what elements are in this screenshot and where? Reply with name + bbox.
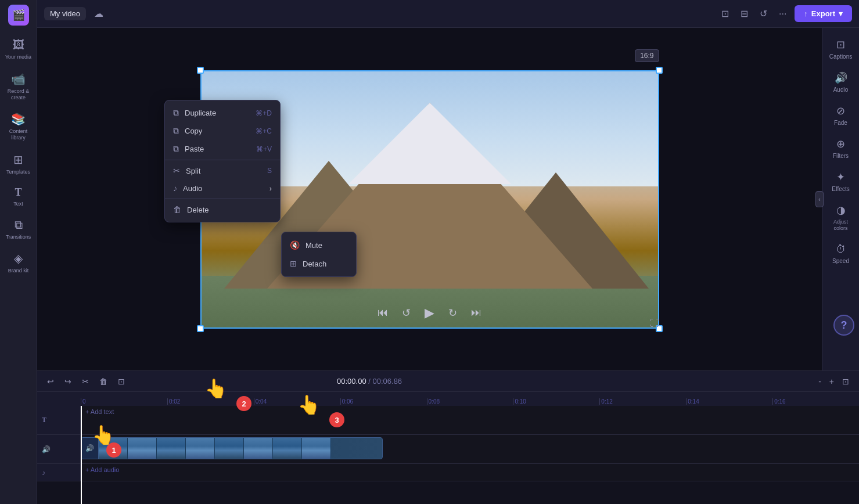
mountain-snow bbox=[348, 103, 511, 184]
clip-thumb bbox=[128, 438, 157, 459]
time-display: 00:00.00 / 00:06.86 bbox=[337, 377, 402, 386]
menu-item-paste[interactable]: ⧉ Paste ⌘+V bbox=[165, 140, 280, 158]
redo-button[interactable]: ↪ bbox=[62, 375, 74, 388]
text-track-row: T + Add text bbox=[37, 406, 859, 435]
right-panel-captions[interactable]: ⊡ Captions bbox=[824, 33, 858, 66]
help-button[interactable]: ? bbox=[833, 315, 854, 336]
media-icon: 🖼 bbox=[13, 38, 24, 52]
right-panel-audio[interactable]: 🔊 Audio bbox=[824, 66, 858, 99]
menu-item-duplicate[interactable]: ⧉ Duplicate ⌘+D bbox=[165, 104, 280, 122]
video-track-content[interactable]: 🔊 bbox=[81, 435, 859, 463]
sidebar-item-brand-kit[interactable]: ◈ Brand kit bbox=[2, 247, 35, 278]
resize-handle-tl[interactable] bbox=[197, 67, 204, 74]
save-frame-button[interactable]: ⊡ bbox=[115, 375, 128, 388]
text-track-content[interactable]: + Add text bbox=[81, 406, 859, 434]
timeline-tracks: T + Add text 🔊 🔊 bbox=[37, 406, 859, 504]
right-panel-label: Filters bbox=[833, 153, 849, 159]
sidebar: 🎬 🖼 Your media 📹 Record &create 📚 Conten… bbox=[0, 0, 37, 504]
submenu-item-mute[interactable]: 🔇 Mute bbox=[282, 236, 356, 254]
sidebar-item-templates[interactable]: ⊞ Templates bbox=[2, 148, 35, 179]
ruler-mark: 0:16 bbox=[772, 398, 859, 405]
add-text-button[interactable]: + Add text bbox=[81, 406, 118, 417]
duplicate-icon: ⧉ bbox=[173, 108, 179, 118]
sidebar-item-content-library[interactable]: 📚 Content library bbox=[2, 107, 35, 146]
sidebar-item-label: Content library bbox=[5, 128, 33, 141]
text-track-icon: T bbox=[42, 416, 46, 424]
speed-icon: ⏱ bbox=[836, 243, 846, 255]
resize-handle-tr[interactable] bbox=[656, 67, 663, 74]
rewind-5s-button[interactable]: ↺ bbox=[400, 304, 413, 322]
play-button[interactable]: ▶ bbox=[422, 303, 437, 323]
right-panel-filters[interactable]: ⊕ Filters bbox=[824, 132, 858, 165]
menu-item-audio[interactable]: ♪ Audio › 🔇 Mute ⊞ Detach bbox=[165, 179, 280, 197]
ruler-marks: 0 0:02 0:04 0:06 0:08 0:10 0:12 0:14 0:1… bbox=[37, 392, 859, 406]
sidebar-item-transitions[interactable]: ⧉ Transitions bbox=[2, 214, 35, 244]
video-track-row: 🔊 🔊 bbox=[37, 435, 859, 464]
video-track-label: 🔊 bbox=[37, 435, 81, 463]
current-time: 00:00.00 bbox=[337, 377, 366, 386]
playhead[interactable] bbox=[81, 406, 82, 504]
right-panel-label: Fade bbox=[834, 120, 847, 126]
resize-handle-bl[interactable] bbox=[197, 325, 204, 332]
zoom-in-button[interactable]: + bbox=[826, 375, 837, 388]
submenu-item-detach[interactable]: ⊞ Detach bbox=[282, 254, 356, 273]
cut-button[interactable]: ✂ bbox=[79, 375, 92, 388]
library-icon: 📚 bbox=[11, 112, 26, 126]
add-audio-button[interactable]: + Add audio bbox=[81, 464, 124, 476]
rotate-tool-button[interactable]: ↺ bbox=[756, 6, 771, 21]
menu-item-label: Audio bbox=[183, 184, 202, 193]
menu-item-copy[interactable]: ⧉ Copy ⌘+C bbox=[165, 122, 280, 140]
panel-collapse-button[interactable]: ‹ bbox=[815, 191, 824, 207]
caption-tool-button[interactable]: ⊟ bbox=[737, 6, 752, 21]
video-clip[interactable]: 🔊 bbox=[81, 437, 383, 459]
more-tools-button[interactable]: ··· bbox=[775, 6, 790, 21]
ruler-mark: 0:10 bbox=[513, 398, 599, 405]
paste-icon: ⧉ bbox=[173, 144, 179, 154]
submenu-item-label: Detach bbox=[303, 260, 326, 268]
timeline-area: ↩ ↪ ✂ 🗑 ⊡ 00:00.00 / 00:06.86 - + ⊡ 0 0:… bbox=[37, 370, 859, 504]
app-logo: 🎬 bbox=[8, 5, 29, 26]
right-panel-fade[interactable]: ⊘ Fade bbox=[824, 99, 858, 132]
right-panel-speed[interactable]: ⏱ Speed bbox=[824, 237, 858, 270]
fit-to-screen-button[interactable]: ⊡ bbox=[839, 375, 852, 388]
sidebar-item-record-create[interactable]: 📹 Record &create bbox=[2, 67, 35, 106]
right-panel-adjust-colors[interactable]: ◑ Adjust colors bbox=[824, 198, 858, 237]
text-track-label: T bbox=[37, 406, 81, 434]
menu-shortcut: ⌘+C bbox=[256, 127, 272, 135]
delete-button[interactable]: 🗑 bbox=[96, 375, 110, 388]
menu-item-delete[interactable]: 🗑 Delete bbox=[165, 201, 280, 218]
fullscreen-button[interactable]: ⛶ bbox=[650, 318, 659, 329]
sidebar-item-text[interactable]: T Text bbox=[2, 182, 35, 211]
project-title[interactable]: My video bbox=[44, 7, 86, 20]
canvas-area: 16:9 bbox=[37, 28, 822, 370]
skip-forward-button[interactable]: ⏭ bbox=[469, 304, 484, 321]
crop-tool-button[interactable]: ⊡ bbox=[718, 6, 732, 21]
ruler-mark: 0:04 bbox=[254, 398, 340, 405]
right-panel: ‹ ⊡ Captions 🔊 Audio ⊘ Fade ⊕ Filters ✦ … bbox=[822, 28, 859, 370]
undo-button[interactable]: ↩ bbox=[44, 375, 57, 388]
export-button[interactable]: ↑ Export ▾ bbox=[795, 5, 852, 22]
cloud-save-button[interactable]: ☁ bbox=[91, 6, 107, 21]
audio-track-row: ♪ + Add audio bbox=[37, 464, 859, 481]
transitions-icon: ⧉ bbox=[15, 218, 23, 232]
clip-thumb bbox=[157, 438, 186, 459]
sidebar-item-your-media[interactable]: 🖼 Your media bbox=[2, 34, 35, 65]
aspect-ratio-value: 16:9 bbox=[640, 52, 653, 60]
right-panel-effects[interactable]: ✦ Effects bbox=[824, 165, 858, 198]
mute-icon: 🔇 bbox=[290, 240, 300, 250]
audio-submenu: 🔇 Mute ⊞ Detach bbox=[281, 232, 357, 277]
record-icon: 📹 bbox=[11, 72, 26, 86]
sidebar-item-label: Record &create bbox=[8, 88, 30, 101]
audio-menu-icon: ♪ bbox=[173, 183, 177, 193]
zoom-out-button[interactable]: - bbox=[815, 375, 824, 388]
audio-track-icon: ♪ bbox=[42, 469, 45, 477]
menu-shortcut: ⌘+V bbox=[256, 145, 272, 153]
clip-thumb bbox=[302, 438, 331, 459]
menu-item-split[interactable]: ✂ Split S bbox=[165, 162, 280, 179]
ruler-mark: 0:12 bbox=[599, 398, 686, 405]
forward-5s-button[interactable]: ↻ bbox=[446, 304, 459, 322]
clip-thumb bbox=[99, 438, 128, 459]
audio-track-content[interactable]: + Add audio bbox=[81, 464, 859, 481]
skip-back-button[interactable]: ⏮ bbox=[375, 304, 390, 321]
main-area: My video ☁ ⊡ ⊟ ↺ ··· ↑ Export ▾ 16:9 bbox=[37, 0, 859, 504]
